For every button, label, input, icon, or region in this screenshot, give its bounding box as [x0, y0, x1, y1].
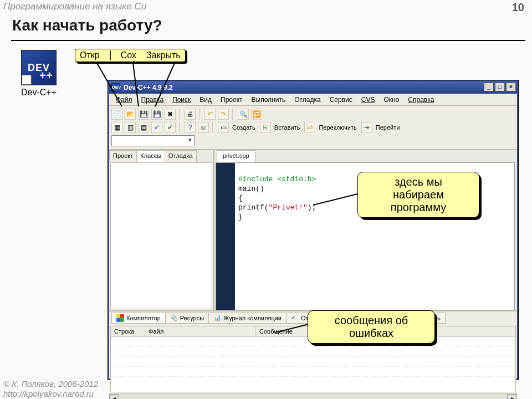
redo-icon[interactable]: ↷	[218, 109, 229, 120]
menu-window[interactable]: Окно	[380, 95, 402, 105]
sidetab-project[interactable]: Проект	[109, 150, 137, 162]
menu-project[interactable]: Проект	[217, 95, 246, 105]
insert-label[interactable]: Вставить	[273, 124, 303, 131]
about-icon[interactable]: ☺	[198, 122, 209, 133]
replace-icon[interactable]: 🔁	[251, 109, 262, 120]
create-label[interactable]: Создать	[231, 124, 258, 131]
switch-label[interactable]: Переключить	[318, 124, 359, 131]
toolbar: 📄 📂 💾 💾 ✖ 🖨 ↶ ↷ 🔍 🔁 ▦ ▥ ▤ ✔ ✔ ? ☺ ▭ Созд	[109, 106, 517, 150]
new-class-icon[interactable]: ▭	[218, 122, 229, 133]
compile-run-icon[interactable]: ▤	[138, 122, 149, 133]
goto-icon[interactable]: ➔	[361, 122, 372, 133]
callout-open: Откр	[80, 50, 100, 60]
editor-gutter	[216, 163, 235, 310]
sidetab-classes[interactable]: Классы	[136, 150, 165, 162]
goto-label[interactable]: Перейти	[375, 124, 402, 131]
shortcut-label: Dev-C++	[21, 88, 57, 98]
undo-icon[interactable]: ↶	[204, 109, 216, 120]
messages-body[interactable]	[111, 337, 515, 392]
callout-errors: сообщения об ошибках	[308, 310, 435, 344]
callout-editor: здесь мы набираем программу	[357, 172, 479, 218]
slide-footer: © К. Поляков, 2006-2012 http://kpolyakov…	[3, 379, 98, 399]
col-file[interactable]: Файл	[145, 326, 256, 336]
side-panel-body[interactable]	[110, 162, 212, 309]
close-button[interactable]: ×	[506, 83, 516, 91]
horizontal-scrollbar[interactable]: ◂ ▸	[109, 393, 517, 399]
menu-debug[interactable]: Отладка	[291, 95, 324, 105]
menu-run[interactable]: Выполнить	[248, 95, 289, 105]
col-line[interactable]: Строка	[111, 326, 145, 336]
btab-resources[interactable]: 📎Ресурсы	[165, 313, 209, 324]
grid-icon	[116, 314, 124, 322]
devcpp-shortcut[interactable]: DEV ++ ↗ Dev-C++	[21, 50, 57, 98]
menu-edit[interactable]: Правка	[138, 95, 167, 105]
find-icon[interactable]: 🔍	[238, 109, 249, 120]
resources-icon: 📎	[170, 314, 178, 322]
menubar: Файл Правка Поиск Вид Проект Выполнить О…	[109, 94, 517, 106]
rebuild-icon[interactable]: ✔	[151, 122, 162, 133]
scroll-right-icon[interactable]: ▸	[507, 394, 517, 399]
compile-icon[interactable]: ▦	[111, 122, 122, 133]
slide-title: Как начать работу?	[12, 17, 162, 34]
menu-help[interactable]: Справка	[405, 95, 437, 105]
menu-file[interactable]: Файл	[112, 95, 136, 105]
callout-close: Закрыть	[146, 50, 181, 60]
page-number: 10	[512, 1, 524, 14]
devcpp-icon: DEV ++ ↗	[21, 50, 57, 85]
menu-search[interactable]: Поиск	[169, 95, 194, 105]
toolbar-callouts: Откр Сох Закрыть	[75, 49, 186, 62]
save-all-icon[interactable]: 💾	[151, 109, 162, 120]
switch-icon[interactable]: ⮂	[304, 122, 315, 133]
menu-view[interactable]: Вид	[196, 95, 215, 105]
insert-icon[interactable]: ⎘	[260, 122, 271, 133]
ide-app-icon: DEV	[111, 83, 120, 92]
title-rule	[11, 40, 525, 41]
menu-cvs[interactable]: CVS	[358, 95, 378, 105]
open-file-icon[interactable]: 📂	[125, 109, 136, 120]
scroll-left-icon[interactable]: ◂	[109, 394, 119, 399]
debug-icon[interactable]: ✔	[165, 122, 176, 133]
minimize-button[interactable]: _	[484, 83, 494, 91]
btab-log[interactable]: 📊Журнал компиляции	[208, 313, 287, 324]
callout-save: Сох	[121, 50, 136, 60]
course-name: Программирование на языке Си	[3, 1, 146, 14]
sidetab-debug[interactable]: Отладка	[165, 150, 196, 162]
side-panel: Проект Классы Отладка	[109, 150, 214, 310]
menu-service[interactable]: Сервис	[326, 95, 356, 105]
new-file-icon[interactable]: 📄	[111, 109, 122, 120]
btab-compiler[interactable]: Компилятор	[111, 313, 166, 324]
editor-tab-privet[interactable]: privet.cpp	[217, 150, 255, 162]
shortcut-arrow-icon: ↗	[22, 75, 32, 85]
close-doc-icon[interactable]: ✖	[165, 109, 176, 120]
ide-title-text: Dev-C++ 4.9.9.2	[124, 84, 173, 91]
help-icon[interactable]: ?	[185, 122, 196, 133]
log-icon: 📊	[213, 314, 221, 322]
run-icon[interactable]: ▥	[125, 122, 136, 133]
check-icon: ✔	[291, 314, 299, 322]
config-dropdown[interactable]	[111, 135, 195, 146]
save-icon[interactable]: 💾	[138, 109, 149, 120]
scroll-track[interactable]	[119, 394, 507, 399]
slide-header: Программирование на языке Си 10	[0, 0, 532, 15]
ide-titlebar[interactable]: DEV Dev-C++ 4.9.9.2 _ □ ×	[109, 81, 517, 94]
maximize-button[interactable]: □	[495, 83, 505, 91]
print-icon[interactable]: 🖨	[185, 109, 196, 120]
